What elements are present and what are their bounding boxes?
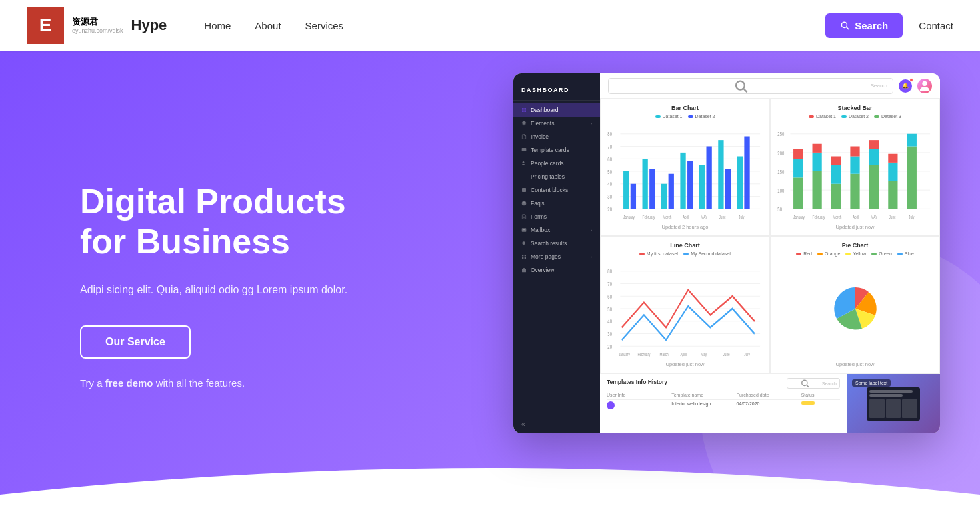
sidebar-item-pricing[interactable]: Pricing tables xyxy=(513,170,600,183)
cta-button[interactable]: Our Service xyxy=(80,325,191,359)
svg-rect-14 xyxy=(522,188,526,192)
sidebar: DASHBOARD Dashboard Elements › Invoice T… xyxy=(513,73,600,433)
header-right: Search Contact xyxy=(825,13,953,38)
avatar-icon xyxy=(917,79,932,93)
svg-text:60: 60 xyxy=(607,156,612,163)
svg-rect-5 xyxy=(524,110,526,112)
pie-legend-yellow: Yellow xyxy=(845,251,866,256)
table-search[interactable]: Search xyxy=(787,378,840,389)
svg-rect-82 xyxy=(831,157,841,165)
svg-rect-76 xyxy=(793,149,803,159)
svg-text:July: July xyxy=(739,214,745,221)
svg-rect-90 xyxy=(888,163,897,181)
charts-grid: Bar Chart Dataset 1 Dataset 2 xyxy=(600,99,940,373)
template-cards-icon xyxy=(521,147,527,153)
elements-icon xyxy=(521,121,527,126)
svg-rect-2 xyxy=(522,108,524,110)
hero-description: Adipi sicing elit. Quia, aliquid odio gg… xyxy=(80,281,360,299)
stacked-dot-1 xyxy=(809,115,814,118)
svg-text:March: March xyxy=(833,214,842,219)
sidebar-item-template-cards[interactable]: Template cards xyxy=(513,143,600,157)
bar-chart-area: 80 70 60 50 40 30 20 xyxy=(606,121,764,221)
bar-legend-dot-2 xyxy=(688,115,693,118)
preview-grid xyxy=(869,399,917,418)
forms-icon xyxy=(521,214,527,219)
logo-letter: E xyxy=(39,15,52,36)
elements-arrow: › xyxy=(591,121,592,126)
bottom-section: Templates Info History Search User Info … xyxy=(600,373,940,433)
svg-rect-4 xyxy=(522,110,524,112)
table-title: Templates Info History xyxy=(607,379,667,385)
stacked-dot-3 xyxy=(874,115,879,118)
logo-chinese: 资源君 xyxy=(72,17,123,27)
dashboard-icon xyxy=(521,107,527,113)
main-nav: Home About Services xyxy=(204,20,825,31)
svg-text:June: June xyxy=(719,214,726,219)
sidebar-item-mailbox[interactable]: Mailbox › xyxy=(513,223,600,237)
sidebar-item-elements[interactable]: Elements › xyxy=(513,117,600,130)
svg-text:50: 50 xyxy=(607,305,612,313)
svg-text:March: March xyxy=(660,351,669,357)
nav-home[interactable]: Home xyxy=(204,20,231,31)
svg-text:60: 60 xyxy=(607,293,612,301)
svg-rect-88 xyxy=(869,140,879,149)
svg-rect-53 xyxy=(687,161,693,209)
bar-legend-2: Dataset 2 xyxy=(688,114,715,119)
brand-name: Hype xyxy=(131,17,167,34)
user-avatar[interactable] xyxy=(917,79,932,93)
preview-grid-2 xyxy=(886,399,901,418)
line-dot-2 xyxy=(683,253,689,255)
preview-grid-1 xyxy=(869,399,885,418)
sidebar-item-overview[interactable]: Overview xyxy=(513,263,600,277)
nav-services[interactable]: Services xyxy=(305,20,344,31)
svg-text:June: June xyxy=(889,214,896,219)
hero-curve-svg xyxy=(0,441,980,520)
svg-rect-48 xyxy=(718,140,723,209)
preview-section: Some label text xyxy=(847,374,940,433)
table-search-icon xyxy=(790,379,820,388)
svg-rect-86 xyxy=(869,165,879,209)
sidebar-item-content[interactable]: Content blocks xyxy=(513,183,600,197)
more-pages-icon xyxy=(521,254,527,259)
search-results-icon xyxy=(521,241,527,246)
sidebar-item-invoice[interactable]: Invoice xyxy=(513,130,600,143)
svg-text:30: 30 xyxy=(607,331,612,338)
contact-link[interactable]: Contact xyxy=(919,20,953,31)
status-bar xyxy=(801,401,815,405)
search-button[interactable]: Search xyxy=(825,13,903,38)
sidebar-item-dashboard[interactable]: Dashboard xyxy=(513,103,600,117)
pie-chart-card: Pie Chart Red Orange Yellow xyxy=(770,236,940,373)
svg-rect-50 xyxy=(631,184,636,209)
top-search[interactable]: Search xyxy=(608,78,893,94)
svg-rect-77 xyxy=(813,171,822,209)
sidebar-item-more[interactable]: More pages › xyxy=(513,250,600,263)
svg-text:250: 250 xyxy=(777,131,784,138)
sidebar-item-people-cards[interactable]: People cards xyxy=(513,157,600,170)
svg-text:July: July xyxy=(909,214,915,221)
svg-text:20: 20 xyxy=(607,206,612,213)
line-legend-1: My first dataset xyxy=(639,251,678,256)
svg-point-7 xyxy=(523,161,525,163)
pie-dot-red xyxy=(796,253,801,255)
svg-text:70: 70 xyxy=(607,143,612,151)
svg-line-1 xyxy=(847,27,849,29)
pie-dot-blue xyxy=(897,253,903,255)
svg-text:MAY: MAY xyxy=(871,214,878,219)
sidebar-item-forms[interactable]: Forms xyxy=(513,210,600,223)
notification-bell[interactable]: 🔔 xyxy=(899,79,912,93)
svg-rect-24 xyxy=(522,257,523,259)
sidebar-item-faq[interactable]: Faq's xyxy=(513,197,600,210)
svg-rect-25 xyxy=(525,257,526,259)
hero-title: Digital Products for Business xyxy=(80,182,490,262)
stacked-legend: Dataset 1 Dataset 2 Dataset 3 xyxy=(776,114,934,119)
pie-chart-svg xyxy=(822,282,889,335)
svg-rect-3 xyxy=(524,108,526,110)
stacked-dot-2 xyxy=(841,115,847,118)
logo-text: 资源君 eyunzhu.com/vdisk xyxy=(72,17,123,34)
svg-rect-56 xyxy=(744,137,749,209)
sidebar-item-search[interactable]: Search results xyxy=(513,237,600,250)
sidebar-collapse-btn[interactable]: « xyxy=(513,415,600,433)
dashboard-mockup: DASHBOARD Dashboard Elements › Invoice T… xyxy=(513,73,940,433)
nav-about[interactable]: About xyxy=(255,20,281,31)
svg-line-27 xyxy=(743,89,747,92)
